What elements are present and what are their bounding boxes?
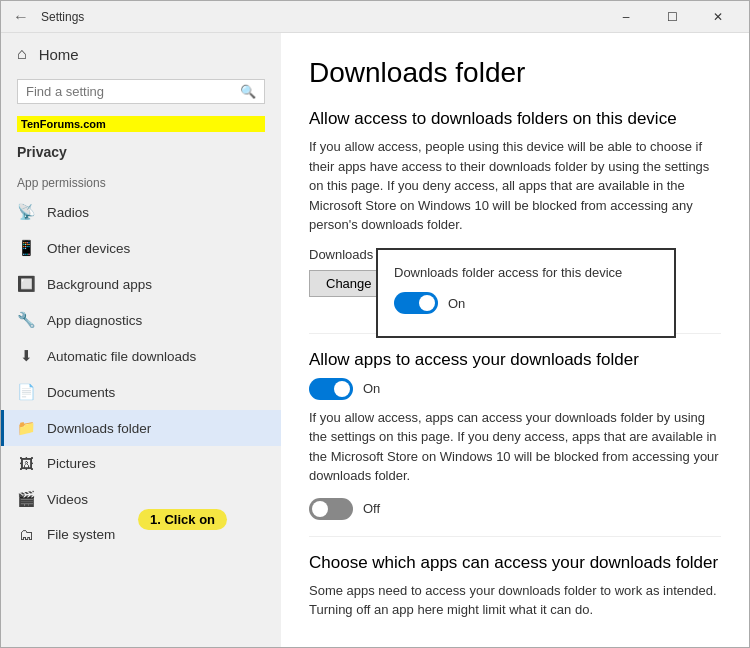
auto-downloads-icon: ⬇ <box>17 347 35 365</box>
titlebar: ← Settings – ☐ ✕ <box>1 1 749 33</box>
secondary-toggle-thumb <box>312 501 328 517</box>
sidebar-home[interactable]: ⌂ Home <box>1 33 281 75</box>
main-toggle-label: On <box>363 381 380 396</box>
sidebar-item-radios[interactable]: 📡 Radios <box>1 194 281 230</box>
radios-label: Radios <box>47 205 89 220</box>
sidebar-item-documents[interactable]: 📄 Documents <box>1 374 281 410</box>
main-content: ⌂ Home 🔍 TenForums.com Privacy App permi… <box>1 33 749 647</box>
sidebar-item-downloads-folder[interactable]: 📁 Downloads folder <box>1 410 281 446</box>
file-system-icon: 🗂 <box>17 526 35 543</box>
secondary-toggle[interactable] <box>309 498 353 520</box>
sidebar: ⌂ Home 🔍 TenForums.com Privacy App permi… <box>1 33 281 647</box>
downloads-folder-label: Downloads folder <box>47 421 151 436</box>
toggle-thumb <box>334 381 350 397</box>
titlebar-controls: – ☐ ✕ <box>603 1 741 33</box>
section3-body: Some apps need to access your downloads … <box>309 581 721 620</box>
titlebar-title: Settings <box>41 10 603 24</box>
home-label: Home <box>39 46 79 63</box>
pictures-icon: 🖼 <box>17 455 35 472</box>
sidebar-item-pictures[interactable]: 🖼 Pictures <box>1 446 281 481</box>
file-system-label: File system <box>47 527 115 542</box>
section1-body: If you allow access, people using this d… <box>309 137 721 235</box>
app-diagnostics-label: App diagnostics <box>47 313 142 328</box>
pictures-label: Pictures <box>47 456 96 471</box>
videos-label: Videos <box>47 492 88 507</box>
search-box[interactable]: 🔍 <box>17 79 265 104</box>
minimize-button[interactable]: – <box>603 1 649 33</box>
documents-icon: 📄 <box>17 383 35 401</box>
step1-badge-container: 1. Click on <box>138 509 227 530</box>
sidebar-item-other-devices[interactable]: 📱 Other devices <box>1 230 281 266</box>
section2-body: If you allow access, apps can access you… <box>309 408 721 486</box>
divider2 <box>309 536 721 537</box>
main-panel: Downloads folder Allow access to downloa… <box>281 33 749 647</box>
radios-icon: 📡 <box>17 203 35 221</box>
search-input[interactable] <box>26 84 234 99</box>
close-button[interactable]: ✕ <box>695 1 741 33</box>
home-icon: ⌂ <box>17 45 27 63</box>
background-apps-label: Background apps <box>47 277 152 292</box>
main-toggle-row: On <box>309 378 721 400</box>
section3-title: Choose which apps can access your downlo… <box>309 553 721 573</box>
page-title: Downloads folder <box>309 57 721 89</box>
documents-label: Documents <box>47 385 115 400</box>
callout-title: Downloads folder access for this device <box>394 264 658 282</box>
callout-toggle-row: On <box>394 292 658 314</box>
secondary-toggle-label: Off <box>363 501 380 516</box>
main-toggle[interactable] <box>309 378 353 400</box>
sidebar-item-background-apps[interactable]: 🔲 Background apps <box>1 266 281 302</box>
callout-popup: Downloads folder access for this device … <box>376 248 676 338</box>
videos-icon: 🎬 <box>17 490 35 508</box>
secondary-toggle-row: Off <box>309 498 721 520</box>
background-apps-icon: 🔲 <box>17 275 35 293</box>
downloads-folder-icon: 📁 <box>17 419 35 437</box>
watermark: TenForums.com <box>17 116 265 132</box>
section2-title: Allow apps to access your downloads fold… <box>309 350 721 370</box>
other-devices-label: Other devices <box>47 241 130 256</box>
sidebar-item-auto-downloads[interactable]: ⬇ Automatic file downloads <box>1 338 281 374</box>
app-permissions-label: App permissions <box>1 168 281 194</box>
step1-badge: 1. Click on <box>138 509 227 530</box>
search-icon: 🔍 <box>240 84 256 99</box>
section1-title: Allow access to downloads folders on thi… <box>309 109 721 129</box>
auto-downloads-label: Automatic file downloads <box>47 349 196 364</box>
maximize-button[interactable]: ☐ <box>649 1 695 33</box>
sidebar-privacy-label: Privacy <box>1 136 281 168</box>
other-devices-icon: 📱 <box>17 239 35 257</box>
app-diagnostics-icon: 🔧 <box>17 311 35 329</box>
settings-window: ← Settings – ☐ ✕ ⌂ Home 🔍 TenForums.com … <box>0 0 750 648</box>
sidebar-item-app-diagnostics[interactable]: 🔧 App diagnostics <box>1 302 281 338</box>
back-button[interactable]: ← <box>9 5 33 29</box>
callout-toggle-label: On <box>448 296 465 311</box>
callout-toggle-thumb <box>419 295 435 311</box>
callout-toggle[interactable] <box>394 292 438 314</box>
